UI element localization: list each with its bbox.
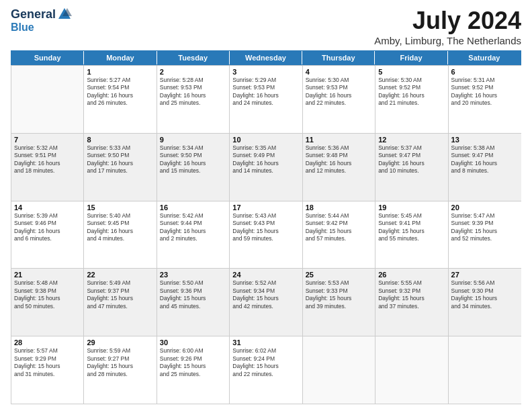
logo-blue-text: Blue [11, 21, 34, 33]
sunrise-line: Sunrise: 5:56 AM [451, 279, 519, 287]
sunset-line: Sunset: 9:44 PM [160, 220, 226, 227]
day-number: 30 [160, 338, 226, 347]
sunrise-line: Sunrise: 5:50 AM [160, 279, 226, 287]
sunset-line: Sunset: 9:34 PM [232, 287, 299, 295]
daylight-line2: and 26 minutes. [87, 99, 153, 107]
sunrise-line: Sunrise: 5:57 AM [14, 347, 81, 355]
calendar-cell-24: 24Sunrise: 5:52 AMSunset: 9:34 PMDayligh… [230, 269, 302, 336]
calendar-cell-17: 17Sunrise: 5:43 AMSunset: 9:43 PMDayligh… [230, 201, 302, 269]
calendar-cell-30: 30Sunrise: 6:00 AMSunset: 9:26 PMDayligh… [157, 336, 230, 404]
calendar-cell-15: 15Sunrise: 5:40 AMSunset: 9:45 PMDayligh… [84, 201, 157, 269]
header-day-wednesday: Wednesday [230, 51, 302, 64]
daylight-line2: and 21 minutes. [378, 99, 445, 107]
day-number: 27 [451, 271, 519, 279]
daylight-line2: and 37 minutes. [378, 303, 445, 310]
calendar-week-3: 14Sunrise: 5:39 AMSunset: 9:46 PMDayligh… [11, 201, 521, 269]
sunrise-line: Sunrise: 5:32 AM [14, 144, 81, 152]
day-number: 9 [160, 136, 226, 144]
sunrise-line: Sunrise: 5:33 AM [87, 144, 153, 152]
day-number: 5 [378, 68, 445, 76]
daylight-line1: Daylight: 16 hours [306, 160, 372, 167]
daylight-line1: Daylight: 16 hours [451, 160, 519, 167]
calendar-cell-13: 13Sunrise: 5:38 AMSunset: 9:47 PMDayligh… [449, 134, 521, 201]
header-day-thursday: Thursday [302, 51, 375, 64]
daylight-line1: Daylight: 15 hours [160, 363, 226, 370]
daylight-line2: and 22 minutes. [306, 99, 372, 107]
day-number: 24 [232, 271, 299, 279]
calendar-cell-3: 3Sunrise: 5:29 AMSunset: 9:53 PMDaylight… [230, 66, 302, 133]
calendar-cell-12: 12Sunrise: 5:37 AMSunset: 9:47 PMDayligh… [375, 134, 448, 201]
calendar-cell-8: 8Sunrise: 5:33 AMSunset: 9:50 PMDaylight… [84, 134, 157, 201]
daylight-line1: Daylight: 15 hours [306, 295, 372, 302]
daylight-line1: Daylight: 15 hours [232, 295, 299, 302]
daylight-line1: Daylight: 16 hours [451, 92, 519, 99]
sunrise-line: Sunrise: 6:00 AM [160, 347, 226, 355]
daylight-line2: and 39 minutes. [306, 303, 372, 310]
calendar-week-4: 21Sunrise: 5:48 AMSunset: 9:38 PMDayligh… [11, 268, 521, 336]
day-number: 11 [306, 136, 372, 144]
calendar-cell-31: 31Sunrise: 6:02 AMSunset: 9:24 PMDayligh… [230, 336, 302, 404]
calendar-cell-5: 5Sunrise: 5:30 AMSunset: 9:52 PMDaylight… [375, 66, 448, 133]
calendar-cell-20: 20Sunrise: 5:47 AMSunset: 9:39 PMDayligh… [449, 201, 521, 269]
sunset-line: Sunset: 9:50 PM [160, 152, 226, 159]
calendar-cell-4: 4Sunrise: 5:30 AMSunset: 9:53 PMDaylight… [303, 66, 375, 133]
sunrise-line: Sunrise: 5:35 AM [232, 144, 299, 152]
daylight-line1: Daylight: 16 hours [160, 228, 226, 235]
sunrise-line: Sunrise: 5:30 AM [306, 77, 372, 84]
daylight-line2: and 55 minutes. [378, 235, 445, 242]
daylight-line1: Daylight: 15 hours [160, 295, 226, 302]
sunset-line: Sunset: 9:41 PM [378, 220, 445, 227]
day-number: 2 [160, 68, 226, 76]
location: Amby, Limburg, The Netherlands [374, 35, 521, 46]
day-number: 10 [232, 136, 299, 144]
page-header: General Blue July 2024 Amby, Limburg, Th… [11, 7, 521, 46]
day-number: 17 [232, 203, 299, 212]
header-day-tuesday: Tuesday [157, 51, 230, 64]
sunset-line: Sunset: 9:47 PM [451, 152, 519, 159]
daylight-line2: and 17 minutes. [87, 167, 153, 175]
day-number: 28 [14, 338, 81, 347]
daylight-line1: Daylight: 15 hours [87, 363, 153, 370]
daylight-line1: Daylight: 15 hours [87, 295, 153, 302]
calendar-cell-16: 16Sunrise: 5:42 AMSunset: 9:44 PMDayligh… [157, 201, 230, 269]
calendar: SundayMondayTuesdayWednesdayThursdayFrid… [11, 50, 521, 404]
daylight-line1: Daylight: 16 hours [14, 160, 81, 167]
logo-general-text: General [11, 7, 56, 21]
day-number: 25 [306, 271, 372, 279]
daylight-line1: Daylight: 15 hours [232, 228, 299, 235]
daylight-line2: and 4 minutes. [87, 235, 153, 242]
daylight-line2: and 10 minutes. [378, 167, 445, 175]
calendar-cell-1: 1Sunrise: 5:27 AMSunset: 9:54 PMDaylight… [84, 66, 157, 133]
daylight-line2: and 52 minutes. [451, 235, 519, 242]
calendar-cell-26: 26Sunrise: 5:55 AMSunset: 9:32 PMDayligh… [375, 269, 448, 336]
sunset-line: Sunset: 9:49 PM [232, 152, 299, 159]
header-day-sunday: Sunday [11, 51, 84, 64]
daylight-line1: Daylight: 16 hours [378, 160, 445, 167]
daylight-line1: Daylight: 15 hours [14, 363, 81, 370]
day-number: 1 [87, 68, 153, 76]
sunset-line: Sunset: 9:47 PM [378, 152, 445, 159]
logo: General Blue [11, 7, 72, 34]
sunrise-line: Sunrise: 6:02 AM [232, 347, 299, 355]
sunrise-line: Sunrise: 5:59 AM [87, 347, 153, 355]
day-number: 7 [14, 136, 81, 144]
sunset-line: Sunset: 9:36 PM [160, 287, 226, 295]
header-day-friday: Friday [375, 51, 447, 64]
calendar-cell-14: 14Sunrise: 5:39 AMSunset: 9:46 PMDayligh… [11, 201, 84, 269]
daylight-line2: and 45 minutes. [160, 303, 226, 310]
sunset-line: Sunset: 9:52 PM [451, 84, 519, 91]
daylight-line1: Daylight: 16 hours [160, 160, 226, 167]
sunset-line: Sunset: 9:54 PM [87, 84, 153, 91]
daylight-line2: and 59 minutes. [232, 235, 299, 242]
day-number: 18 [306, 203, 372, 212]
calendar-week-2: 7Sunrise: 5:32 AMSunset: 9:51 PMDaylight… [11, 133, 521, 201]
month-title: July 2024 [374, 7, 521, 35]
daylight-line2: and 6 minutes. [14, 235, 81, 242]
calendar-cell-27: 27Sunrise: 5:56 AMSunset: 9:30 PMDayligh… [449, 269, 521, 336]
daylight-line2: and 57 minutes. [306, 235, 372, 242]
sunrise-line: Sunrise: 5:29 AM [232, 77, 299, 84]
sunset-line: Sunset: 9:37 PM [87, 287, 153, 295]
sunset-line: Sunset: 9:33 PM [306, 287, 372, 295]
sunrise-line: Sunrise: 5:30 AM [378, 77, 445, 84]
sunrise-line: Sunrise: 5:45 AM [378, 212, 445, 220]
